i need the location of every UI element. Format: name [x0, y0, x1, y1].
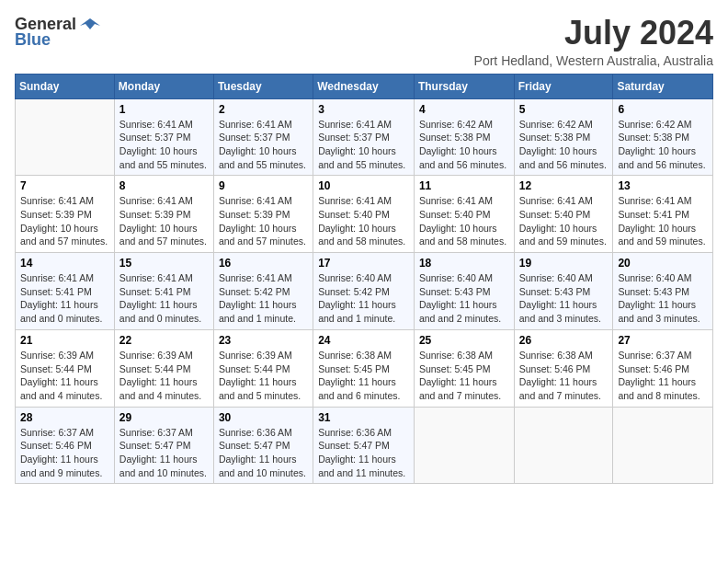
day-number: 20 — [618, 257, 709, 270]
calendar-cell: 26Sunrise: 6:38 AMSunset: 5:46 PMDayligh… — [514, 329, 613, 407]
daylight-text-2: and and 0 minutes. — [20, 313, 102, 324]
sunrise-text: Sunrise: 6:41 AM — [519, 195, 593, 206]
weekday-header-sunday: Sunday — [16, 74, 115, 98]
day-info: Sunrise: 6:41 AMSunset: 5:39 PMDaylight:… — [219, 194, 309, 248]
day-number: 27 — [618, 334, 709, 347]
sunrise-text: Sunrise: 6:41 AM — [20, 272, 94, 283]
title-area: July 2024 Port Hedland, Western Australi… — [474, 15, 713, 68]
daylight-text-2: and and 55 minutes. — [119, 159, 207, 170]
daylight-text-1: Daylight: 10 hours — [318, 223, 396, 234]
daylight-text-2: and and 56 minutes. — [618, 159, 705, 170]
day-number: 21 — [20, 334, 110, 347]
sunset-text: Sunset: 5:43 PM — [419, 286, 491, 297]
sunset-text: Sunset: 5:39 PM — [119, 209, 191, 220]
calendar-cell: 3Sunrise: 6:41 AMSunset: 5:37 PMDaylight… — [313, 98, 415, 176]
svg-marker-0 — [80, 18, 100, 29]
daylight-text-2: and and 1 minute. — [318, 313, 395, 324]
sunset-text: Sunset: 5:37 PM — [219, 132, 290, 143]
daylight-text-2: and and 2 minutes. — [419, 313, 501, 324]
calendar-cell: 7Sunrise: 6:41 AMSunset: 5:39 PMDaylight… — [16, 176, 115, 253]
calendar-cell: 24Sunrise: 6:38 AMSunset: 5:45 PMDayligh… — [313, 329, 415, 407]
daylight-text-1: Daylight: 11 hours — [20, 376, 98, 387]
day-number: 24 — [318, 334, 410, 347]
daylight-text-1: Daylight: 10 hours — [119, 223, 198, 234]
header: General Blue July 2024 Port Hedland, Wes… — [15, 15, 713, 68]
sunset-text: Sunset: 5:37 PM — [119, 132, 191, 143]
day-number: 16 — [219, 257, 309, 270]
calendar-cell: 10Sunrise: 6:41 AMSunset: 5:40 PMDayligh… — [313, 176, 415, 253]
day-number: 18 — [419, 257, 510, 270]
sunset-text: Sunset: 5:42 PM — [318, 286, 390, 297]
day-number: 6 — [618, 103, 709, 116]
day-number: 4 — [419, 103, 510, 116]
sunset-text: Sunset: 5:40 PM — [318, 209, 390, 220]
daylight-text-2: and and 8 minutes. — [618, 390, 700, 401]
sunrise-text: Sunrise: 6:41 AM — [219, 119, 292, 130]
day-info: Sunrise: 6:40 AMSunset: 5:43 PMDaylight:… — [419, 271, 510, 326]
day-info: Sunrise: 6:41 AMSunset: 5:37 PMDaylight:… — [119, 118, 210, 172]
calendar-cell: 6Sunrise: 6:42 AMSunset: 5:38 PMDaylight… — [613, 98, 713, 176]
sunset-text: Sunset: 5:41 PM — [20, 286, 92, 297]
calendar-week-row: 7Sunrise: 6:41 AMSunset: 5:39 PMDaylight… — [16, 176, 713, 253]
weekday-header-tuesday: Tuesday — [213, 74, 313, 98]
sunrise-text: Sunrise: 6:38 AM — [318, 350, 392, 361]
day-number: 25 — [419, 334, 510, 347]
sunrise-text: Sunrise: 6:40 AM — [419, 272, 493, 283]
daylight-text-2: and and 1 minute. — [219, 313, 296, 324]
day-info: Sunrise: 6:37 AMSunset: 5:47 PMDaylight:… — [119, 426, 210, 480]
daylight-text-2: and and 10 minutes. — [119, 467, 207, 478]
sunset-text: Sunset: 5:41 PM — [618, 209, 689, 220]
calendar-cell: 12Sunrise: 6:41 AMSunset: 5:40 PMDayligh… — [514, 176, 613, 253]
sunset-text: Sunset: 5:38 PM — [618, 132, 689, 143]
daylight-text-2: and and 56 minutes. — [419, 159, 506, 170]
calendar-cell: 9Sunrise: 6:41 AMSunset: 5:39 PMDaylight… — [213, 176, 313, 253]
sunrise-text: Sunrise: 6:36 AM — [219, 427, 292, 438]
calendar-cell: 29Sunrise: 6:37 AMSunset: 5:47 PMDayligh… — [114, 407, 213, 484]
sunrise-text: Sunrise: 6:37 AM — [618, 350, 691, 361]
daylight-text-2: and and 7 minutes. — [419, 390, 501, 401]
day-info: Sunrise: 6:40 AMSunset: 5:43 PMDaylight:… — [519, 271, 609, 326]
day-info: Sunrise: 6:41 AMSunset: 5:39 PMDaylight:… — [119, 194, 210, 248]
calendar-cell: 23Sunrise: 6:39 AMSunset: 5:44 PMDayligh… — [213, 329, 313, 407]
day-info: Sunrise: 6:41 AMSunset: 5:40 PMDaylight:… — [318, 194, 410, 248]
daylight-text-1: Daylight: 11 hours — [318, 376, 396, 387]
day-number: 14 — [20, 257, 110, 270]
sunset-text: Sunset: 5:39 PM — [219, 209, 290, 220]
calendar-cell: 13Sunrise: 6:41 AMSunset: 5:41 PMDayligh… — [613, 176, 713, 253]
day-number: 30 — [219, 411, 309, 424]
sunset-text: Sunset: 5:45 PM — [318, 363, 390, 374]
daylight-text-2: and and 11 minutes. — [318, 467, 405, 478]
sunset-text: Sunset: 5:46 PM — [519, 363, 591, 374]
day-info: Sunrise: 6:41 AMSunset: 5:40 PMDaylight:… — [519, 194, 609, 248]
logo-blue: Blue — [15, 30, 51, 50]
day-info: Sunrise: 6:40 AMSunset: 5:42 PMDaylight:… — [318, 271, 410, 326]
day-info: Sunrise: 6:41 AMSunset: 5:41 PMDaylight:… — [20, 271, 110, 326]
day-info: Sunrise: 6:41 AMSunset: 5:42 PMDaylight:… — [219, 271, 309, 326]
day-info: Sunrise: 6:41 AMSunset: 5:37 PMDaylight:… — [219, 118, 309, 172]
day-number: 29 — [119, 411, 210, 424]
calendar-cell: 17Sunrise: 6:40 AMSunset: 5:42 PMDayligh… — [313, 253, 415, 330]
sunset-text: Sunset: 5:46 PM — [20, 440, 92, 451]
day-info: Sunrise: 6:41 AMSunset: 5:41 PMDaylight:… — [119, 271, 210, 326]
day-number: 1 — [119, 103, 210, 116]
calendar-cell: 5Sunrise: 6:42 AMSunset: 5:38 PMDaylight… — [514, 98, 613, 176]
calendar-week-row: 28Sunrise: 6:37 AMSunset: 5:46 PMDayligh… — [16, 407, 713, 484]
sunrise-text: Sunrise: 6:42 AM — [419, 119, 493, 130]
sunrise-text: Sunrise: 6:41 AM — [318, 195, 392, 206]
daylight-text-1: Daylight: 11 hours — [618, 299, 696, 310]
daylight-text-1: Daylight: 11 hours — [219, 454, 297, 465]
daylight-text-2: and and 3 minutes. — [618, 313, 700, 324]
weekday-header-saturday: Saturday — [613, 74, 713, 98]
sunrise-text: Sunrise: 6:37 AM — [20, 427, 94, 438]
sunrise-text: Sunrise: 6:38 AM — [419, 350, 493, 361]
sunrise-text: Sunrise: 6:40 AM — [618, 272, 691, 283]
calendar-cell — [514, 407, 613, 484]
location-subtitle: Port Hedland, Western Australia, Austral… — [474, 53, 713, 68]
daylight-text-1: Daylight: 10 hours — [519, 145, 597, 156]
day-number: 13 — [618, 179, 709, 192]
sunset-text: Sunset: 5:41 PM — [119, 286, 191, 297]
sunrise-text: Sunrise: 6:41 AM — [219, 272, 292, 283]
sunset-text: Sunset: 5:38 PM — [419, 132, 491, 143]
daylight-text-1: Daylight: 11 hours — [318, 454, 396, 465]
logo: General Blue — [15, 15, 100, 50]
